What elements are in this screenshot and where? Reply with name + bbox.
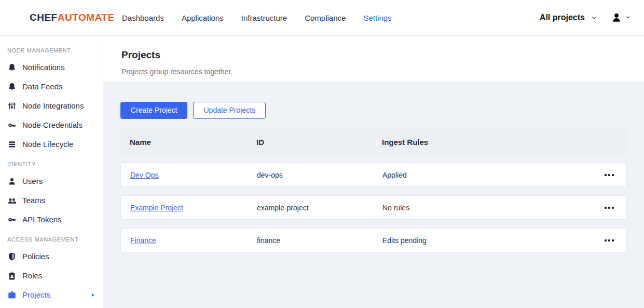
project-link[interactable]: Dev Ops xyxy=(130,171,158,179)
logo-automate-text: AUTOMATE xyxy=(58,12,115,23)
shield-icon xyxy=(7,252,17,261)
project-id-cell: finance xyxy=(248,236,373,245)
sidebar-item-label: Node Lifecycle xyxy=(22,140,73,149)
table-row: Finance finance Edits pending xyxy=(120,228,627,252)
list-icon xyxy=(7,140,17,149)
nav-applications[interactable]: Applications xyxy=(182,14,224,22)
chevron-down-icon xyxy=(591,15,597,21)
sidebar-item-api-tokens[interactable]: API Tokens xyxy=(0,210,103,229)
column-header-name: Name xyxy=(120,138,247,146)
table-row: Example Project example-project No rules xyxy=(120,195,627,220)
page-title: Projects xyxy=(121,49,626,61)
projects-table: Name ID Ingest Rules Dev Ops dev-ops App… xyxy=(120,128,627,252)
user-icon xyxy=(7,177,17,186)
update-projects-button[interactable]: Update Projects xyxy=(193,102,266,119)
sliders-icon xyxy=(7,101,17,111)
page-header: Projects Projects group resources togeth… xyxy=(103,36,644,82)
sidebar-item-users[interactable]: Users xyxy=(0,171,103,191)
nav-dashboards[interactable]: Dashboards xyxy=(122,14,164,22)
sidebar-item-label: Teams xyxy=(22,196,45,205)
projects-filter-label: All projects xyxy=(540,13,585,22)
sidebar-item-projects[interactable]: Projects xyxy=(0,285,103,304)
project-name-cell: Example Project xyxy=(121,204,248,212)
project-id-cell: dev-ops xyxy=(248,171,373,179)
logo-chef-text: CHEF xyxy=(30,12,58,23)
projects-table-header: Name ID Ingest Rules xyxy=(120,128,627,156)
bell-icon xyxy=(7,82,17,91)
sidebar-item-teams[interactable]: Teams xyxy=(0,191,103,210)
chevron-right-icon xyxy=(90,292,95,298)
sidebar-item-data-feeds[interactable]: Data Feeds xyxy=(0,77,103,96)
users-icon xyxy=(7,196,17,205)
settings-sidebar: NODE MANAGEMENT Notifications Data Feeds… xyxy=(0,36,103,308)
sidebar-item-label: Data Feeds xyxy=(22,82,63,91)
main-content: Projects Projects group resources togeth… xyxy=(103,36,644,308)
user-avatar-icon xyxy=(611,12,622,23)
chef-automate-logo[interactable]: CHEFAUTOMATE xyxy=(0,12,122,23)
row-menu-button[interactable] xyxy=(604,171,615,179)
sidebar-section-node-management: NODE MANAGEMENT xyxy=(0,46,103,55)
ingest-rules-status: No rules xyxy=(373,204,595,212)
sidebar-item-notifications[interactable]: Notifications xyxy=(0,58,103,77)
page-subtitle: Projects group resources together. xyxy=(121,68,626,76)
sidebar-section-access-management: ACCESS MANAGEMENT xyxy=(0,235,103,244)
key-icon xyxy=(7,120,17,130)
sidebar-section-identity: IDENTITY xyxy=(0,160,103,168)
nav-infrastructure[interactable]: Infrastructure xyxy=(241,14,287,22)
create-project-button[interactable]: Create Project xyxy=(120,102,187,119)
column-header-id: ID xyxy=(247,138,373,146)
ingest-rules-status: Applied xyxy=(373,171,595,179)
key-icon xyxy=(7,215,17,224)
project-link[interactable]: Finance xyxy=(130,236,156,245)
project-name-cell: Dev Ops xyxy=(121,171,248,179)
sidebar-item-label: Node Integrations xyxy=(22,101,84,110)
table-row: Dev Ops dev-ops Applied xyxy=(120,163,627,187)
projects-panel: Create Project Update Projects Name ID I… xyxy=(103,82,644,308)
sidebar-item-label: Policies xyxy=(22,252,49,261)
sidebar-item-label: Roles xyxy=(22,271,42,280)
sidebar-item-policies[interactable]: Policies xyxy=(0,247,103,266)
sidebar-item-roles[interactable]: Roles xyxy=(0,266,103,285)
project-id-cell: example-project xyxy=(248,204,373,212)
project-name-cell: Finance xyxy=(121,236,248,245)
row-menu-button[interactable] xyxy=(604,236,615,245)
row-menu-button[interactable] xyxy=(604,204,615,212)
bell-icon xyxy=(7,63,17,72)
sidebar-item-label: API Tokens xyxy=(22,215,62,224)
nav-compliance[interactable]: Compliance xyxy=(305,14,346,22)
primary-nav: Dashboards Applications Infrastructure C… xyxy=(122,14,392,22)
action-buttons-row: Create Project Update Projects xyxy=(120,102,627,119)
sidebar-item-node-lifecycle[interactable]: Node Lifecycle xyxy=(0,135,103,154)
sidebar-item-label: Notifications xyxy=(22,63,65,72)
sidebar-item-label: Projects xyxy=(22,290,50,299)
projects-filter-dropdown[interactable]: All projects xyxy=(540,13,597,22)
project-link[interactable]: Example Project xyxy=(130,204,183,212)
top-navigation-bar: CHEFAUTOMATE Dashboards Applications Inf… xyxy=(0,0,644,36)
topbar-right-group: All projects xyxy=(540,12,644,23)
badge-icon xyxy=(7,271,17,280)
user-menu[interactable] xyxy=(611,12,632,23)
sidebar-item-node-credentials[interactable]: Node Credentials xyxy=(0,115,103,135)
briefcase-icon xyxy=(7,290,17,300)
nav-settings[interactable]: Settings xyxy=(363,14,391,22)
sidebar-item-label: Node Credentials xyxy=(22,120,83,129)
ingest-rules-status: Edits pending xyxy=(373,236,595,245)
sidebar-item-node-integrations[interactable]: Node Integrations xyxy=(0,96,103,115)
sidebar-item-label: Users xyxy=(22,177,43,185)
column-header-ingest-rules: Ingest Rules xyxy=(373,138,596,146)
chevron-down-icon xyxy=(625,15,632,21)
